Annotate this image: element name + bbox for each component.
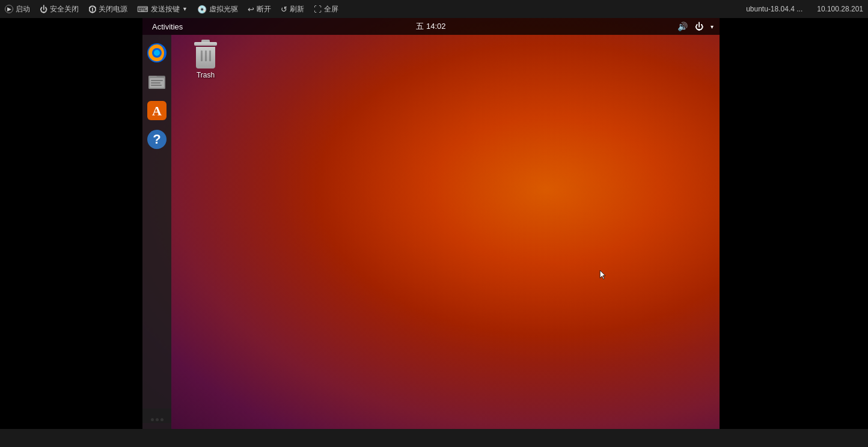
- trash-lid-handle: [201, 40, 210, 42]
- start-circle-icon: ▶: [5, 5, 13, 13]
- svg-text:A: A: [152, 103, 162, 118]
- appstore-icon: A: [146, 100, 168, 121]
- start-label: 启动: [16, 4, 30, 14]
- send-key-label: 发送按键: [151, 4, 180, 14]
- left-border: [0, 18, 142, 447]
- desktop-container: Activities 五 14:02 🔊 ⏻ ▾: [142, 18, 720, 447]
- svg-text:?: ?: [153, 132, 160, 147]
- hostname-label: ubuntu-18.04.4 ...: [746, 5, 802, 13]
- trash-line-2: [205, 50, 207, 61]
- firefox-icon: [146, 42, 168, 64]
- refresh-label: 刷新: [290, 4, 304, 14]
- power-off-icon: ⏼: [88, 5, 96, 14]
- trash-lines: [201, 50, 211, 61]
- disconnect-icon: ↩: [248, 5, 254, 14]
- keyboard-icon: ⌨: [137, 5, 148, 14]
- volume-icon[interactable]: 🔊: [676, 20, 689, 32]
- safe-shutdown-label: 安全关闭: [50, 4, 79, 14]
- svg-marker-14: [600, 270, 605, 279]
- svg-rect-9: [151, 85, 162, 86]
- disconnect-button[interactable]: ↩ 断开: [248, 4, 271, 14]
- disconnect-label: 断开: [257, 4, 271, 14]
- virtual-disc-button[interactable]: 💿 虚拟光驱: [197, 4, 238, 14]
- disc-icon: 💿: [197, 5, 207, 14]
- svg-rect-7: [151, 80, 163, 81]
- svg-point-2: [154, 50, 160, 56]
- gnome-panel: Activities 五 14:02 🔊 ⏻ ▾: [142, 18, 720, 35]
- mouse-cursor: [599, 270, 607, 280]
- trash-body: [196, 47, 215, 68]
- safe-shutdown-icon: ⏻: [40, 5, 47, 14]
- right-border: [720, 18, 868, 447]
- software-dock-item[interactable]: A: [145, 99, 169, 123]
- svg-rect-8: [151, 82, 160, 84]
- remote-viewer-toolbar: ▶ 启动 ⏻ 安全关闭 ⏼ 关闭电源 ⌨ 发送按键 ▼ 💿 虚拟光驱 ↩ 断开 …: [0, 0, 868, 18]
- files-icon: [146, 71, 168, 93]
- refresh-icon: ↺: [281, 5, 287, 14]
- trash-line-3: [209, 50, 211, 61]
- dropdown-arrow-icon: ▼: [182, 6, 188, 12]
- start-button[interactable]: ▶ 启动: [5, 4, 30, 14]
- trash-lid: [194, 42, 217, 46]
- trash-line-1: [201, 50, 203, 61]
- ip-label: 10.100.28.201: [817, 5, 863, 13]
- send-key-button[interactable]: ⌨ 发送按键 ▼: [137, 4, 188, 14]
- power-off-button[interactable]: ⏼ 关闭电源: [88, 4, 127, 14]
- files-dock-item[interactable]: [145, 70, 169, 94]
- trash-label: Trash: [197, 71, 215, 79]
- virtual-disc-label: 虚拟光驱: [209, 4, 238, 14]
- refresh-button[interactable]: ↺ 刷新: [281, 4, 304, 14]
- trash-graphic: [194, 42, 217, 68]
- fullscreen-icon: ⛶: [314, 5, 322, 14]
- firefox-dock-item[interactable]: [145, 41, 169, 65]
- power-menu-icon[interactable]: ⏻: [694, 20, 704, 32]
- help-dock-item[interactable]: ?: [145, 127, 169, 151]
- trash-desktop-icon[interactable]: Trash: [185, 42, 227, 79]
- activities-button[interactable]: Activities: [147, 22, 188, 31]
- fullscreen-button[interactable]: ⛶ 全屏: [314, 4, 338, 14]
- ubuntu-desktop[interactable]: Activities 五 14:02 🔊 ⏻ ▾: [142, 18, 720, 447]
- help-icon: ?: [146, 129, 168, 150]
- remote-viewer-bottom-bar: [0, 429, 868, 447]
- power-off-label: 关闭电源: [99, 4, 127, 14]
- ubuntu-dock: A ?: [142, 35, 171, 423]
- safe-shutdown-button[interactable]: ⏻ 安全关闭: [40, 4, 79, 14]
- clock-display[interactable]: 五 14:02: [416, 21, 445, 32]
- panel-right-area: 🔊 ⏻ ▾: [676, 20, 715, 32]
- connection-info: ubuntu-18.04.4 ... 10.100.28.201: [746, 5, 863, 13]
- panel-menu-arrow-icon[interactable]: ▾: [709, 22, 715, 31]
- fullscreen-label: 全屏: [324, 4, 338, 14]
